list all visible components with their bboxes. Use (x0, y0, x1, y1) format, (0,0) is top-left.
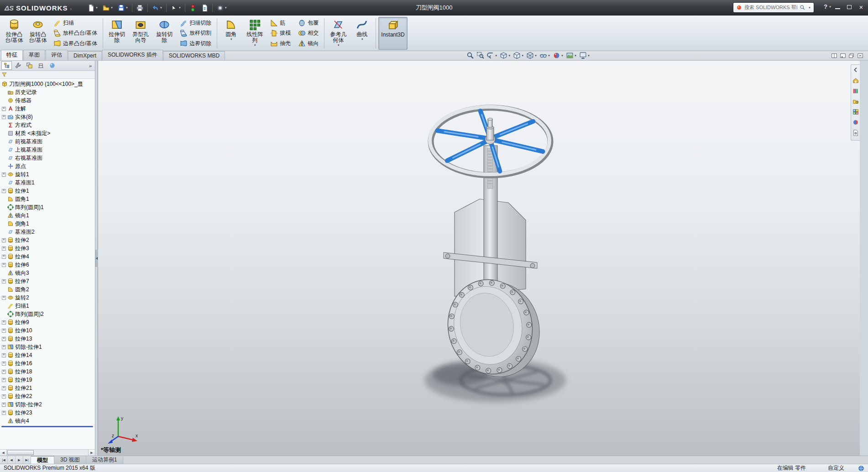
tree-item[interactable]: 拉伸16 (0, 359, 95, 367)
scroll-right-button[interactable]: ▶ (88, 450, 95, 456)
expand-toggle[interactable] (2, 329, 6, 333)
new-document-button[interactable]: ▼ (85, 2, 100, 13)
expand-toggle[interactable] (2, 411, 6, 415)
display-style-button[interactable]: ▼ (525, 52, 538, 59)
custom-properties-button[interactable] (852, 130, 859, 137)
expand-toggle[interactable] (2, 255, 6, 259)
ribbon-button-loft[interactable]: 放样凸台/基体 (51, 29, 99, 37)
open-button[interactable]: ▼ (100, 2, 115, 13)
tree-item[interactable]: 传感器 (0, 96, 95, 105)
doc-minimize-button[interactable] (840, 52, 846, 59)
expand-toggle[interactable] (2, 107, 6, 111)
dropdown-arrow-icon[interactable]: ▼ (178, 6, 181, 9)
dropdown-arrow-icon[interactable]: ▼ (534, 54, 537, 57)
document-tab-2[interactable]: 运动算例1 (86, 456, 124, 464)
tree-item[interactable]: 注解 (0, 105, 95, 113)
dropdown-arrow-icon[interactable]: ▼ (225, 6, 227, 9)
panel-horizontal-scrollbar[interactable]: ◀ ▶ (0, 449, 95, 456)
dropdown-arrow-icon[interactable]: ▼ (574, 54, 577, 57)
command-tab-3[interactable]: DimXpert (68, 51, 102, 60)
help-button[interactable]: ? ▼ (824, 3, 831, 10)
tree-item[interactable]: 拉伸22 (0, 392, 95, 400)
expand-toggle[interactable] (2, 403, 6, 407)
dimxpertmanager-tab[interactable] (36, 61, 46, 70)
file-properties-button[interactable] (199, 2, 210, 13)
undo-button[interactable]: ▼ (150, 2, 164, 13)
tree-item[interactable]: 上视基准面 (0, 146, 95, 154)
options-button[interactable]: ▼ (214, 2, 229, 13)
print-button[interactable] (134, 2, 146, 13)
sheet-nav-button[interactable]: ▶| (23, 456, 31, 464)
ribbon-button-linear-pattern[interactable]: 线性阵 列▼ (243, 17, 266, 50)
command-tab-5[interactable]: SOLIDWORKS MBD (163, 51, 225, 60)
scrollbar-thumb[interactable] (7, 450, 34, 455)
hide-show-items-button[interactable]: ▼ (539, 52, 551, 59)
zoom-fit-button[interactable] (465, 52, 475, 59)
ribbon-button-mirror[interactable]: 镜向 (296, 39, 321, 48)
expand-toggle[interactable] (2, 320, 6, 325)
tree-item[interactable]: 倒角1 (0, 220, 95, 228)
tree-root-item[interactable]: 刀型闸阀1000 (100<<100>_显 (0, 80, 95, 88)
expand-toggle[interactable] (2, 362, 6, 366)
tree-item[interactable]: 旋转1 (0, 170, 95, 178)
minimize-button[interactable] (831, 2, 843, 12)
view-orientation-button[interactable]: ▼ (512, 52, 525, 59)
expand-toggle[interactable] (2, 238, 6, 242)
dropdown-arrow-icon[interactable]: ▼ (110, 6, 113, 9)
displaymanager-tab[interactable] (47, 61, 58, 70)
tree-item[interactable]: 拉伸2 (0, 236, 95, 244)
ribbon-button-loft-cut[interactable]: 放样切割 (178, 29, 214, 37)
dropdown-arrow-icon[interactable]: ▼ (125, 6, 128, 9)
expand-toggle[interactable] (2, 353, 6, 357)
ribbon-button-boundary-cut[interactable]: 边界切除 (178, 39, 214, 48)
command-tab-2[interactable]: 评估 (46, 50, 68, 60)
tree-item[interactable]: 圆角1 (0, 195, 95, 203)
command-tab-4[interactable]: SOLIDWORKS 插件 (102, 50, 163, 60)
sw-resources-button[interactable] (852, 77, 859, 85)
doc-close-button[interactable] (857, 52, 863, 59)
expand-toggle[interactable] (2, 345, 6, 349)
select-button[interactable]: ▼ (168, 2, 183, 13)
tree-item[interactable]: 拉伸3 (0, 244, 95, 252)
command-tab-1[interactable]: 草图 (23, 50, 45, 60)
network-status-button[interactable] (858, 465, 864, 472)
sheet-nav-button[interactable]: ▶ (16, 456, 23, 464)
sheet-nav-button[interactable]: |◀ (0, 456, 8, 464)
dropdown-arrow-icon[interactable]: ▼ (361, 38, 364, 41)
featuremanager-tab[interactable] (1, 61, 12, 70)
edit-appearance-button[interactable]: ▼ (552, 52, 565, 59)
tree-item[interactable]: 旋转2 (0, 294, 95, 302)
command-tab-0[interactable]: 特征 (1, 50, 23, 60)
expand-toggle[interactable] (2, 378, 6, 382)
dropdown-arrow-icon[interactable]: ▼ (521, 54, 524, 57)
document-tab-1[interactable]: 3D 视图 (54, 456, 86, 464)
ribbon-button-reference-geometry[interactable]: 参考几 何体▼ (327, 17, 350, 50)
expand-toggle[interactable] (2, 246, 6, 251)
tree-item[interactable]: 镜向4 (0, 417, 95, 425)
tree-item[interactable]: 拉伸23 (0, 409, 95, 417)
ribbon-button-boundary[interactable]: 边界凸台/基体 (51, 39, 99, 48)
ribbon-button-cut-extrude[interactable]: 拉伸切 除 (105, 17, 128, 50)
configurationmanager-tab[interactable] (24, 61, 35, 70)
section-view-button[interactable]: ▼ (499, 52, 512, 59)
dropdown-arrow-icon[interactable]: ▼ (495, 54, 497, 57)
scroll-left-button[interactable]: ◀ (0, 450, 7, 456)
rebuild-button[interactable] (187, 2, 199, 13)
expand-toggle[interactable] (2, 337, 6, 341)
tree-item[interactable]: 原点 (0, 162, 95, 170)
tree-item[interactable]: 拉伸13 (0, 335, 95, 343)
tree-item[interactable]: 拉伸4 (0, 252, 95, 261)
tree-item[interactable]: 拉伸19 (0, 376, 95, 384)
dropdown-arrow-icon[interactable]: ▼ (160, 6, 162, 9)
appearances-button[interactable] (852, 119, 859, 127)
ribbon-button-curves[interactable]: 曲线▼ (350, 17, 373, 50)
expand-toggle[interactable] (2, 370, 6, 374)
sheet-nav-button[interactable]: ◀ (8, 456, 16, 464)
expand-toggle[interactable] (2, 173, 6, 177)
tree-item[interactable]: 材质 <未指定> (0, 129, 95, 137)
maximize-button[interactable] (843, 2, 855, 12)
tree-item[interactable]: 扫描1 (0, 302, 95, 310)
ribbon-button-boss-extrude[interactable]: 拉伸凸 台/基体 (3, 17, 26, 50)
ribbon-button-sweep-cut[interactable]: 扫描切除 (178, 19, 214, 27)
tree-item[interactable]: 拉伸10 (0, 326, 95, 335)
